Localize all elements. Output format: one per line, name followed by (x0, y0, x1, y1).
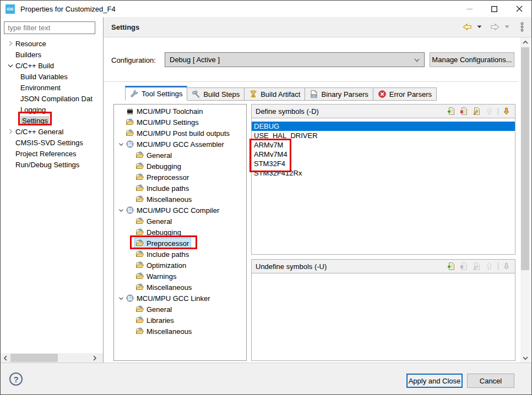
tool-tree-item-miscellaneous[interactable]: Miscellaneous (114, 194, 246, 205)
tool-tree-item-debugging[interactable]: Debugging (114, 161, 246, 172)
tree-item-label: Miscellaneous (146, 195, 192, 204)
sidebar-item-build-variables[interactable]: Build Variables (1, 71, 103, 82)
tool-tree-item-include-paths[interactable]: Include paths (114, 183, 246, 194)
folder-icon (135, 228, 144, 237)
add-symbol-button[interactable] (447, 262, 456, 271)
minimize-button[interactable] (457, 1, 482, 17)
tool-tree-item-general[interactable]: General (114, 216, 246, 227)
trophy-icon (249, 90, 258, 98)
cancel-button[interactable]: Cancel (467, 374, 514, 388)
symbol-item-stm32f4[interactable]: STM32F4 (252, 159, 515, 168)
configuration-select[interactable]: Debug [ Active ] (165, 52, 425, 67)
delete-symbol-button[interactable] (460, 262, 469, 271)
scrollbar-thumb[interactable] (10, 354, 58, 362)
tool-tree-item-include-paths[interactable]: Include paths (114, 249, 246, 260)
move-symbol-up-button[interactable] (485, 107, 494, 116)
edit-symbol-button[interactable] (473, 107, 481, 116)
filter-input[interactable] (4, 21, 95, 34)
sidebar-item-resource[interactable]: Resource (1, 38, 103, 49)
define-symbols-list[interactable]: DEBUGUSE_HAL_DRIVERARMv7MARMv7M4STM32F4S… (251, 118, 515, 255)
tool-tree-item-preprocessor[interactable]: Preprocessor (114, 238, 246, 249)
undefine-symbols-list[interactable] (251, 273, 515, 361)
tool-tree-item-preprocessor[interactable]: Preprocessor (114, 172, 246, 183)
sidebar-item-logging[interactable]: Logging (1, 104, 103, 115)
tree-item-label: Logging (20, 106, 46, 114)
symbol-item-stm32f412rx[interactable]: STM32F412Rx (252, 168, 515, 178)
tool-tree-item-mcu-mpu-settings[interactable]: MCU/MPU Settings (114, 117, 246, 128)
symbol-item-debug[interactable]: DEBUG (252, 122, 515, 131)
history-nav (461, 21, 526, 33)
scroll-down-icon[interactable] (520, 353, 530, 363)
forward-dropdown-icon[interactable] (503, 24, 511, 30)
view-menu-icon[interactable] (518, 21, 526, 33)
tab-bar: Tool SettingsBuild StepsBuild Artifact01… (125, 86, 437, 101)
scrollbar-thumb[interactable] (521, 47, 529, 270)
chevron-right-icon[interactable] (6, 127, 15, 136)
tool-tree-item-debugging[interactable]: Debugging (114, 227, 246, 238)
help-button[interactable]: ? (9, 372, 23, 386)
tab-tool-settings[interactable]: Tool Settings (125, 86, 187, 101)
tab-binary-parsers[interactable]: 010Binary Parsers (305, 87, 373, 101)
chip-icon (126, 107, 134, 116)
scroll-right-icon[interactable] (90, 353, 99, 363)
forward-button[interactable] (488, 21, 501, 32)
chevron-right-icon[interactable] (6, 39, 15, 48)
tool-tree-item-libraries[interactable]: Libraries (114, 315, 246, 326)
move-symbol-down-button[interactable] (502, 262, 511, 271)
sidebar-item-c-c-general[interactable]: C/C++ General (1, 126, 103, 137)
tool-tree-item-mcu-mpu-gcc-assembler[interactable]: MCU/MPU GCC Assembler (114, 139, 246, 150)
folder-icon (135, 305, 144, 314)
edit-symbol-button[interactable] (473, 262, 481, 271)
main-vertical-scrollbar[interactable] (520, 37, 530, 363)
sidebar-item-json-compilation-dat[interactable]: JSON Compilation Dat (1, 93, 103, 104)
tool-tree-item-warnings[interactable]: Warnings (114, 271, 246, 282)
tool-icon (126, 140, 134, 149)
move-symbol-up-button[interactable] (485, 262, 494, 271)
twisty-spacer (117, 107, 125, 116)
chevron-down-icon[interactable] (117, 140, 125, 149)
twisty-spacer (127, 151, 135, 160)
apply-and-close-button[interactable]: Apply and Close (406, 374, 463, 388)
tool-tree-item-miscellaneous[interactable]: Miscellaneous (114, 282, 246, 293)
tab-error-parsers[interactable]: Error Parsers (373, 87, 437, 101)
maximize-button[interactable] (482, 1, 507, 17)
sidebar-item-builders[interactable]: Builders (1, 49, 103, 60)
sidebar-horizontal-scrollbar[interactable] (1, 353, 103, 363)
sidebar-item-run-debug-settings[interactable]: Run/Debug Settings (1, 159, 103, 170)
tool-tree-item-mcu-mpu-gcc-linker[interactable]: MCU/MPU GCC Linker (114, 293, 246, 304)
tree-item-label: MCU/MPU GCC Linker (137, 294, 210, 303)
tab-build-artifact[interactable]: Build Artifact (245, 87, 305, 101)
tool-tree-item-general[interactable]: General (114, 150, 246, 161)
add-symbol-button[interactable] (447, 107, 456, 116)
tool-tree-item-mcu-mpu-post-build-outputs[interactable]: MCU/MPU Post build outputs (114, 128, 246, 139)
symbol-item-armv7m[interactable]: ARMv7M (252, 140, 515, 150)
symbol-item-use-hal-driver[interactable]: USE_HAL_DRIVER (252, 131, 515, 140)
tool-tree-item-mcu-mpu-gcc-compiler[interactable]: MCU/MPU GCC Compiler (114, 205, 246, 216)
chevron-down-icon[interactable] (117, 294, 125, 303)
tab-label: Tool Settings (142, 90, 182, 98)
move-symbol-down-button[interactable] (502, 107, 511, 116)
scroll-up-icon[interactable] (520, 37, 530, 47)
back-button[interactable] (461, 21, 474, 32)
tool-tree-item-general[interactable]: General (114, 304, 246, 315)
tree-item-label: MCU/MPU Post build outputs (137, 129, 230, 138)
chevron-down-icon[interactable] (117, 206, 125, 215)
delete-symbol-button[interactable] (460, 107, 469, 116)
sidebar-item-project-references[interactable]: Project References (1, 148, 103, 159)
sidebar-item-cmsis-svd-settings[interactable]: CMSIS-SVD Settings (1, 137, 103, 148)
tab-build-steps[interactable]: Build Steps (187, 87, 245, 101)
sidebar-item-settings[interactable]: Settings (1, 115, 103, 126)
sidebar-item-environment[interactable]: Environment (1, 82, 103, 93)
chevron-down-icon[interactable] (6, 61, 15, 70)
manage-configurations-button[interactable]: Manage Configurations... (430, 52, 514, 67)
tool-tree-item-optimization[interactable]: Optimization (114, 260, 246, 271)
close-button[interactable] (507, 1, 531, 17)
back-dropdown-icon[interactable] (476, 24, 483, 30)
close-icon (516, 6, 523, 12)
window-title: Properties for Customized_F4 (20, 5, 116, 13)
tool-tree-item-miscellaneous[interactable]: Miscellaneous (114, 326, 246, 337)
sidebar-item-c-c-build[interactable]: C/C++ Build (1, 60, 103, 71)
symbol-item-armv7m4[interactable]: ARMv7M4 (252, 150, 515, 159)
scroll-left-icon[interactable] (1, 353, 10, 363)
tool-tree-item-mcu-mpu-toolchain[interactable]: MCU/MPU Toolchain (114, 106, 246, 117)
